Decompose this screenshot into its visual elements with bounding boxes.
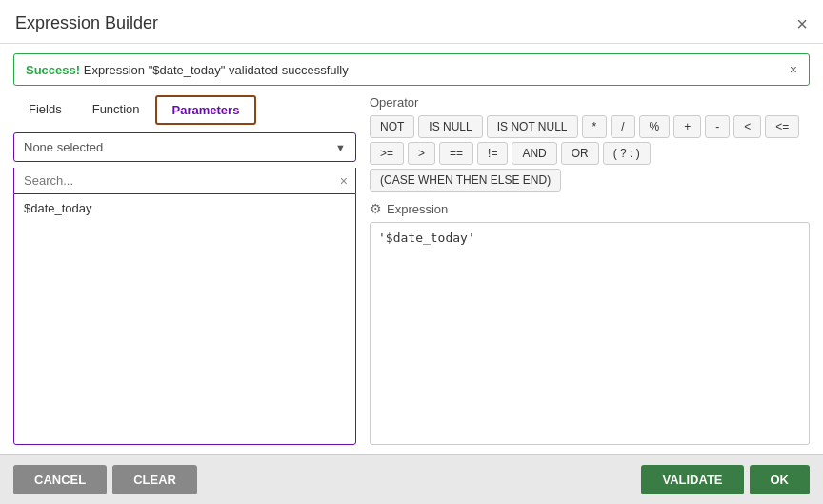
footer-left: CANCEL CLEAR: [13, 465, 197, 494]
op-is-not-null[interactable]: IS NOT NULL: [487, 115, 578, 138]
cancel-button[interactable]: CANCEL: [13, 465, 107, 494]
clear-button[interactable]: CLEAR: [112, 465, 197, 494]
validate-button[interactable]: VALIDATE: [641, 465, 743, 494]
footer-right: VALIDATE OK: [641, 465, 810, 494]
operator-buttons: NOT IS NULL IS NOT NULL * / % + - < <= >…: [370, 115, 810, 192]
gear-icon: ⚙: [370, 201, 382, 216]
operator-label: Operator: [370, 95, 810, 110]
op-multiply[interactable]: *: [582, 115, 608, 138]
close-button[interactable]: ×: [796, 14, 808, 33]
search-clear-button[interactable]: ×: [340, 173, 348, 189]
op-case[interactable]: (CASE WHEN THEN ELSE END): [370, 169, 561, 192]
dialog-body: Fields Function Parameters None selected…: [0, 95, 823, 454]
op-eq[interactable]: ==: [439, 142, 473, 165]
success-banner: Success! Expression "$date_today" valida…: [13, 53, 810, 86]
op-divide[interactable]: /: [611, 115, 634, 138]
expression-label: ⚙ Expression: [370, 201, 810, 216]
op-and[interactable]: AND: [512, 142, 556, 165]
op-not[interactable]: NOT: [370, 115, 414, 138]
chevron-down-icon: ▼: [335, 142, 346, 153]
expression-textarea[interactable]: '$date_today': [370, 222, 810, 445]
tab-parameters[interactable]: Parameters: [155, 95, 257, 125]
search-container: ×: [13, 168, 356, 193]
expression-section: ⚙ Expression '$date_today': [370, 201, 810, 445]
dropdown-container: None selected ▼: [13, 132, 356, 162]
dialog-header: Expression Builder ×: [0, 0, 823, 44]
dialog-title: Expression Builder: [15, 13, 158, 33]
op-minus[interactable]: -: [705, 115, 730, 138]
op-gte[interactable]: >=: [370, 142, 404, 165]
parameter-list: $date_today: [13, 193, 356, 445]
op-lte[interactable]: <=: [765, 115, 799, 138]
op-neq[interactable]: !=: [477, 142, 508, 165]
op-is-null[interactable]: IS NULL: [418, 115, 482, 138]
tab-function[interactable]: Function: [77, 95, 155, 125]
parameter-dropdown[interactable]: None selected ▼: [13, 132, 356, 162]
search-input[interactable]: [14, 168, 355, 193]
operator-section: Operator NOT IS NULL IS NOT NULL * / % +…: [370, 95, 810, 192]
dropdown-value: None selected: [24, 140, 103, 154]
ok-button[interactable]: OK: [750, 465, 811, 494]
op-ternary[interactable]: ( ? : ): [603, 142, 651, 165]
dialog-footer: CANCEL CLEAR VALIDATE OK: [0, 454, 823, 504]
op-or[interactable]: OR: [561, 142, 599, 165]
op-modulo[interactable]: %: [639, 115, 671, 138]
expression-builder-dialog: Expression Builder × Success! Expression…: [0, 0, 823, 504]
success-message: Success! Expression "$date_today" valida…: [26, 63, 349, 77]
op-lt[interactable]: <: [733, 115, 761, 138]
left-panel: Fields Function Parameters None selected…: [13, 95, 356, 445]
op-plus[interactable]: +: [673, 115, 701, 138]
op-gt[interactable]: >: [408, 142, 435, 165]
tabs-container: Fields Function Parameters: [13, 95, 356, 125]
list-item[interactable]: $date_today: [14, 194, 355, 222]
banner-dismiss-button[interactable]: ×: [790, 62, 797, 77]
tab-fields[interactable]: Fields: [13, 95, 77, 125]
right-panel: Operator NOT IS NULL IS NOT NULL * / % +…: [370, 95, 810, 445]
